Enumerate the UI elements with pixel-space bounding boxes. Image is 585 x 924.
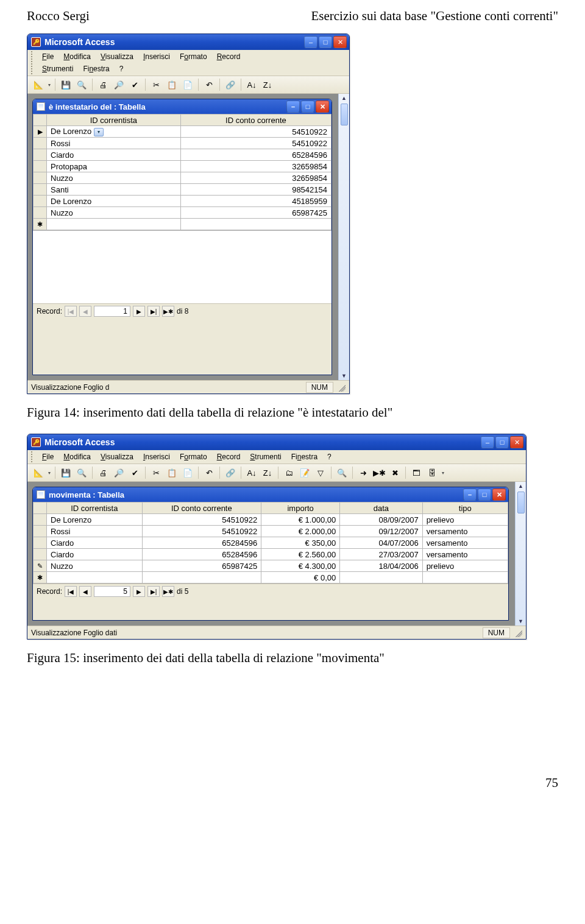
- inner-titlebar[interactable]: movimenta : Tabella – □ ✕: [33, 487, 508, 502]
- undo-button[interactable]: ↶: [202, 78, 216, 91]
- menu-strumenti[interactable]: Strumenti: [245, 451, 286, 462]
- cell-tipo[interactable]: versamento: [422, 526, 508, 537]
- col-header[interactable]: tipo: [422, 503, 508, 514]
- scroll-down-icon[interactable]: ▼: [339, 372, 349, 380]
- table-row[interactable]: Ciardo65284596€ 2.560,0027/03/2007versam…: [34, 549, 508, 560]
- cell-correntista[interactable]: Rossi: [47, 138, 181, 149]
- cell-data[interactable]: 04/07/2006: [340, 537, 422, 549]
- menu-file[interactable]: File: [37, 451, 58, 462]
- inner-close-button[interactable]: ✕: [492, 488, 506, 501]
- scroll-up-icon[interactable]: ▲: [339, 94, 349, 102]
- nav-first-button[interactable]: |◀: [65, 586, 77, 597]
- resize-grip-icon[interactable]: [337, 383, 346, 392]
- inner-maximize-button[interactable]: □: [478, 488, 491, 501]
- sort-asc-button[interactable]: A↓: [244, 466, 259, 479]
- maximize-button[interactable]: □: [319, 36, 332, 48]
- new-record-button[interactable]: ▶✱: [372, 466, 386, 479]
- cell-correntista[interactable]: Nuzzo: [47, 172, 181, 184]
- menu-modifica[interactable]: Modifica: [58, 451, 96, 462]
- row-selector[interactable]: [34, 149, 47, 161]
- row-selector[interactable]: ▶: [34, 126, 47, 138]
- col-header[interactable]: ID conto corrente: [180, 115, 331, 126]
- table-row[interactable]: Nuzzo32659854: [34, 172, 332, 184]
- cell-importo[interactable]: € 2.000,00: [261, 526, 340, 537]
- cell-importo[interactable]: € 0,00: [261, 572, 340, 584]
- preview-button[interactable]: 🔎: [112, 78, 126, 91]
- row-selector[interactable]: [34, 549, 47, 560]
- menu-inserisci[interactable]: Inserisci: [138, 51, 175, 62]
- menu-record[interactable]: Record: [212, 451, 246, 462]
- col-header[interactable]: ID conto corrente: [142, 503, 261, 514]
- cell-conto[interactable]: 98542154: [180, 184, 331, 196]
- col-header[interactable]: data: [340, 503, 422, 514]
- scroll-thumb[interactable]: [517, 492, 525, 513]
- row-selector[interactable]: [34, 172, 47, 184]
- find-button[interactable]: 🔍: [335, 466, 349, 479]
- spellcheck-button[interactable]: ✔: [127, 466, 142, 479]
- sort-asc-button[interactable]: A↓: [244, 78, 259, 91]
- cell-correntista[interactable]: [47, 572, 143, 584]
- db-button[interactable]: 🗄: [425, 466, 439, 479]
- delete-record-button[interactable]: ✖: [388, 466, 402, 479]
- cell-data[interactable]: [340, 572, 422, 584]
- record-number-input[interactable]: [94, 586, 130, 597]
- cell-conto[interactable]: 65284596: [142, 537, 261, 549]
- data-table-1[interactable]: ID correntista ID conto corrente ▶De Lor…: [33, 114, 332, 230]
- cell-conto[interactable]: 54510922: [180, 126, 331, 138]
- close-button[interactable]: ✕: [333, 36, 347, 48]
- row-selector[interactable]: [34, 196, 47, 207]
- scroll-up-icon[interactable]: ▲: [516, 482, 526, 490]
- cell-conto[interactable]: 65284596: [142, 549, 261, 560]
- cell-correntista[interactable]: Ciardo: [47, 149, 181, 161]
- row-selector[interactable]: [34, 537, 47, 549]
- cell-importo[interactable]: € 350,00: [261, 537, 340, 549]
- cell-tipo[interactable]: versamento: [422, 537, 508, 549]
- nav-last-button[interactable]: ▶|: [147, 306, 160, 317]
- vertical-scrollbar[interactable]: ▲ ▼: [338, 94, 349, 380]
- print-button[interactable]: 🖨: [96, 466, 110, 479]
- resize-grip-icon[interactable]: [514, 629, 522, 637]
- table-row[interactable]: ✱€ 0,00: [34, 572, 508, 584]
- close-button[interactable]: ✕: [510, 436, 523, 448]
- menu-visualizza[interactable]: Visualizza: [96, 451, 138, 462]
- print-button[interactable]: 🖨: [96, 78, 110, 91]
- cell-correntista[interactable]: De Lorenzo▾: [47, 126, 181, 138]
- cell-conto[interactable]: 32659854: [180, 161, 331, 172]
- menu-visualizza[interactable]: Visualizza: [96, 51, 138, 62]
- row-selector[interactable]: [34, 207, 47, 219]
- search-button[interactable]: 🔍: [74, 466, 89, 479]
- table-row[interactable]: Rossi54510922: [34, 138, 332, 149]
- cell-correntista[interactable]: [47, 219, 181, 230]
- nav-prev-button[interactable]: ◀: [79, 586, 91, 597]
- menu-strumenti[interactable]: Strumenti: [37, 63, 78, 74]
- cell-conto[interactable]: 54510922: [180, 138, 331, 149]
- save-button[interactable]: 💾: [58, 78, 73, 91]
- inner-maximize-button[interactable]: □: [301, 101, 314, 113]
- cut-button[interactable]: ✂: [149, 466, 163, 479]
- menu-finestra[interactable]: Finestra: [286, 451, 322, 462]
- copy-button[interactable]: 📋: [165, 78, 179, 91]
- menu-inserisci[interactable]: Inserisci: [138, 451, 175, 462]
- nav-new-button[interactable]: ▶✱: [162, 586, 174, 597]
- sort-desc-button[interactable]: Z↓: [260, 466, 275, 479]
- cell-conto[interactable]: 54510922: [142, 526, 261, 537]
- filter-form-button[interactable]: 📝: [297, 466, 312, 479]
- row-selector[interactable]: [34, 161, 47, 172]
- cell-conto[interactable]: 45185959: [180, 196, 331, 207]
- col-header[interactable]: ID correntista: [47, 503, 143, 514]
- cell-conto[interactable]: [180, 219, 331, 230]
- save-button[interactable]: 💾: [58, 466, 73, 479]
- cell-correntista[interactable]: Nuzzo: [47, 207, 181, 219]
- cell-importo[interactable]: € 2.560,00: [261, 549, 340, 560]
- design-view-button[interactable]: 📐: [31, 78, 46, 91]
- table-row[interactable]: De Lorenzo54510922€ 1.000,0008/09/2007pr…: [34, 514, 508, 526]
- design-view-button[interactable]: 📐: [31, 466, 46, 479]
- filter-selection-button[interactable]: 🗂: [282, 466, 296, 479]
- table-row[interactable]: Santi98542154: [34, 184, 332, 196]
- table-row[interactable]: ▶De Lorenzo▾54510922: [34, 126, 332, 138]
- cell-conto[interactable]: [142, 572, 261, 584]
- row-selector[interactable]: [34, 184, 47, 196]
- inner-titlebar[interactable]: è intestatario del : Tabella – □ ✕: [33, 99, 332, 114]
- menu-finestra[interactable]: Finestra: [78, 63, 114, 74]
- menu-help[interactable]: ?: [322, 451, 336, 462]
